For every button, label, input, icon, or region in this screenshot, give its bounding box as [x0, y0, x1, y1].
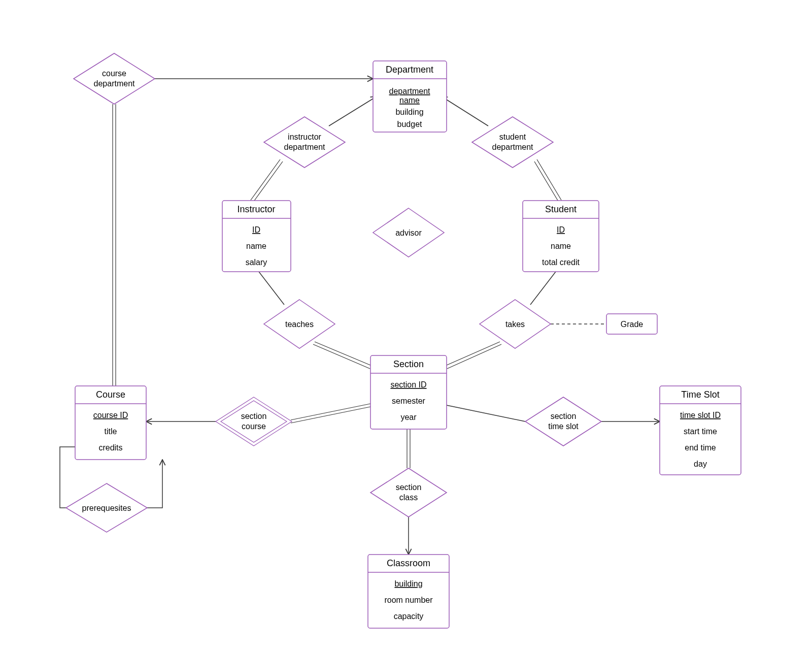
edge-prereq-right: [147, 460, 162, 508]
entity-classroom-title: Classroom: [387, 558, 430, 568]
entity-timeslot-attr-1: start time: [684, 427, 717, 436]
entity-instructor-attr-1: name: [246, 242, 266, 250]
rel-advisor: advisor: [373, 208, 444, 257]
svg-text:prerequesites: prerequesites: [82, 504, 131, 512]
rel-prerequisites: prerequesites: [66, 483, 147, 532]
entity-department-attr-2: budget: [397, 120, 422, 128]
entity-classroom: Classroom building room number capacity: [368, 555, 449, 628]
entity-student-attr-2: total credit: [542, 258, 580, 267]
rel-section-course: section course: [216, 397, 292, 446]
svg-text:section: section: [396, 483, 422, 492]
entity-classroom-attr-2: capacity: [394, 612, 424, 621]
entity-instructor-attr-0: ID: [252, 225, 260, 234]
svg-text:course: course: [242, 422, 266, 431]
edge-teaches-to-instructor: [259, 272, 284, 305]
entity-timeslot-attr-0: time slot ID: [680, 411, 721, 419]
svg-text:Grade: Grade: [621, 320, 644, 329]
svg-text:class: class: [399, 493, 418, 502]
rel-instructor-department: instructor department: [264, 117, 345, 168]
entity-course-attr-2: credits: [98, 443, 122, 452]
entity-instructor-title: Instructor: [237, 204, 275, 214]
edge-instructor-department-to-department: [329, 96, 377, 126]
entity-department-attr-1: building: [395, 108, 423, 116]
svg-marker-17: [264, 117, 345, 168]
svg-text:takes: takes: [505, 320, 525, 329]
entity-course-attr-1: title: [105, 427, 117, 436]
svg-text:department: department: [94, 79, 135, 88]
rel-section-time-slot: section time slot: [525, 397, 601, 446]
svg-marker-33: [525, 397, 601, 446]
rel-course-department: course department: [74, 53, 155, 104]
svg-marker-14: [74, 53, 155, 104]
edge-student-department-to-student-a: [537, 159, 561, 200]
entity-section-attr-0: section ID: [390, 380, 426, 389]
entity-timeslot-attr-3: day: [694, 460, 707, 468]
svg-text:time slot: time slot: [548, 422, 579, 431]
rel-teaches: teaches: [264, 300, 335, 348]
entity-student-attr-0: ID: [557, 225, 565, 234]
svg-text:section: section: [551, 412, 577, 420]
svg-text:advisor: advisor: [395, 229, 422, 237]
svg-text:section: section: [241, 412, 267, 420]
assoc-grade: Grade: [606, 314, 657, 334]
edge-section-timeslot-to-section: [447, 405, 525, 421]
edge-takes-to-student: [530, 272, 556, 305]
entity-course-title: Course: [96, 389, 125, 400]
edge-instructor-department-to-instructor-b: [253, 161, 283, 202]
entity-student-title: Student: [545, 204, 577, 214]
entity-instructor: Instructor ID name salary: [222, 201, 291, 272]
svg-text:student: student: [499, 133, 526, 141]
rel-section-class: section class: [370, 468, 447, 517]
edge-takes-to-section-a: [446, 342, 500, 366]
entity-student-attr-1: name: [551, 242, 571, 250]
edge-instructor-department-to-instructor-a: [251, 159, 280, 200]
rel-takes: takes: [480, 300, 551, 348]
edge-section-course-to-section-b: [291, 407, 370, 423]
edge-teaches-to-section-a: [315, 342, 371, 366]
entity-classroom-attr-0: building: [394, 579, 422, 588]
svg-marker-36: [370, 468, 447, 517]
svg-text:teaches: teaches: [285, 320, 314, 329]
svg-text:instructor: instructor: [288, 133, 321, 141]
edge-section-course-to-section-a: [291, 404, 370, 420]
entity-section-attr-2: year: [400, 413, 417, 421]
entity-timeslot-title: Time Slot: [681, 389, 719, 400]
entity-student: Student ID name total credit: [523, 201, 599, 272]
svg-marker-20: [472, 117, 553, 168]
entity-section-title: Section: [393, 359, 424, 369]
entity-classroom-attr-1: room number: [384, 596, 433, 604]
entity-timeslot-attr-2: end time: [685, 443, 716, 452]
edge-prereq-left: [60, 447, 75, 508]
edge-takes-to-section-b: [447, 344, 501, 369]
entity-course-attr-0: course ID: [93, 411, 128, 419]
rel-student-department: student department: [472, 117, 553, 168]
entity-department-title: Department: [386, 64, 433, 75]
edge-student-department-to-student-b: [534, 161, 559, 202]
edge-teaches-to-section-b: [313, 344, 370, 369]
svg-marker-30: [221, 401, 287, 442]
entity-instructor-attr-2: salary: [246, 258, 267, 267]
entity-course: Course course ID title credits: [75, 386, 146, 460]
entity-section: Section section ID semester year: [370, 355, 447, 429]
entity-department: Department departmentname building budge…: [373, 61, 447, 132]
svg-text:department: department: [492, 143, 533, 151]
entity-timeslot: Time Slot time slot ID start time end ti…: [660, 386, 741, 475]
svg-text:course: course: [102, 69, 126, 78]
entity-section-attr-1: semester: [392, 397, 425, 405]
edge-student-department-to-department: [442, 96, 488, 126]
svg-text:department: department: [284, 143, 325, 151]
